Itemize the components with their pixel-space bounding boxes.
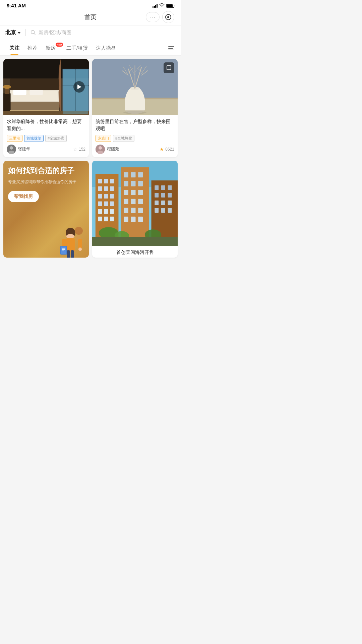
- svg-rect-97: [124, 216, 128, 222]
- card-title-1: 水岸华府降价，性价比非常高，想要看房的...: [7, 118, 85, 132]
- tab-expert-label: 达人操盘: [96, 45, 116, 51]
- svg-rect-57: [71, 250, 74, 258]
- tag-dongzhimen[interactable]: 东直门: [96, 135, 111, 142]
- svg-rect-102: [161, 185, 165, 190]
- svg-rect-90: [138, 190, 143, 195]
- search-bar: 北京 新房/区域/商圈: [0, 25, 181, 40]
- card-footer-2: 程熙尧 ★ 8621: [96, 145, 174, 154]
- card-title-2: 缤纷里目前在售，户型多样，快来围观吧: [96, 118, 174, 132]
- svg-rect-65: [110, 179, 114, 183]
- search-icon: [31, 30, 36, 35]
- svg-point-21: [10, 146, 13, 150]
- svg-rect-96: [138, 208, 143, 213]
- svg-rect-111: [161, 208, 165, 213]
- svg-rect-79: [104, 216, 108, 221]
- svg-rect-83: [131, 172, 136, 177]
- scan-icon: [165, 14, 171, 20]
- hamburger-icon: [168, 46, 174, 50]
- svg-rect-94: [124, 208, 128, 213]
- tab-more-button[interactable]: [167, 41, 176, 54]
- likes-1[interactable]: ☆ 152: [73, 147, 85, 152]
- tab-follow-label: 关注: [9, 45, 19, 51]
- status-icons: [153, 3, 174, 8]
- listing-card-1[interactable]: 水岸华府降价，性价比非常高，想要看房的... 三里屯 首城珑玺 #全城热卖 张建…: [3, 59, 89, 157]
- tab-expert[interactable]: 达人操盘: [92, 40, 120, 55]
- card-tags-1: 三里屯 首城珑玺 #全城热卖: [7, 135, 85, 142]
- svg-rect-103: [168, 185, 172, 190]
- svg-rect-52: [61, 247, 66, 254]
- play-icon: [77, 85, 81, 89]
- status-time: 9:41 AM: [7, 3, 26, 8]
- svg-rect-19: [63, 69, 88, 114]
- listing-card-4[interactable]: 首创天阅海河开售: [92, 161, 178, 258]
- svg-rect-88: [124, 190, 128, 195]
- tag-property-name[interactable]: 首城珑玺: [24, 135, 44, 142]
- tab-newhouse-label: 新房: [46, 45, 56, 51]
- tab-secondhand[interactable]: 二手/租赁: [62, 40, 92, 55]
- tag-hot[interactable]: #全城热卖: [45, 135, 67, 142]
- page-title: 首页: [84, 13, 97, 21]
- header: 首页 ···: [0, 10, 181, 25]
- svg-rect-105: [161, 193, 165, 198]
- svg-rect-95: [131, 208, 136, 213]
- svg-point-11: [3, 85, 11, 89]
- svg-rect-9: [3, 93, 11, 111]
- likes-2[interactable]: ★ 8621: [160, 147, 174, 152]
- svg-rect-104: [155, 193, 159, 198]
- play-button[interactable]: [73, 81, 85, 93]
- city-selector[interactable]: 北京: [5, 29, 21, 36]
- svg-rect-99: [138, 216, 143, 222]
- more-button[interactable]: ···: [146, 12, 160, 22]
- agent-avatar-1: [7, 145, 16, 154]
- listing-card-2[interactable]: 缤纷里目前在售，户型多样，快来围观吧 东直门 #全城热卖 程熙尧: [92, 59, 178, 157]
- gallery-button[interactable]: [164, 62, 174, 73]
- gallery-icon: [167, 65, 171, 70]
- svg-rect-98: [131, 216, 136, 222]
- status-bar: 9:41 AM: [0, 0, 181, 10]
- ad-subtitle: 专业买房咨询师帮你推荐合适你的房子: [8, 179, 84, 185]
- svg-rect-56: [67, 250, 70, 258]
- svg-rect-80: [110, 216, 114, 221]
- svg-rect-109: [168, 200, 172, 205]
- svg-rect-92: [131, 199, 136, 204]
- ad-find-house-button[interactable]: 帮我找房: [8, 191, 39, 202]
- tag-hot-2[interactable]: #全城热卖: [113, 135, 134, 142]
- card-body-1: 水岸华府降价，性价比非常高，想要看房的... 三里屯 首城珑玺 #全城热卖 张建…: [3, 115, 89, 157]
- svg-rect-76: [104, 209, 108, 214]
- tag-sanlitun[interactable]: 三里屯: [7, 135, 22, 142]
- city-dropdown-arrow: [17, 32, 21, 34]
- new-badge: new: [56, 43, 63, 47]
- agent-avatar-2: [96, 145, 105, 154]
- svg-rect-107: [155, 200, 159, 205]
- likes-count-1: 152: [79, 147, 85, 152]
- wifi-icon: [159, 3, 165, 8]
- svg-rect-67: [104, 186, 108, 191]
- agent-name-1: 张建华: [18, 146, 30, 152]
- agent-info-1: 张建华: [7, 145, 30, 154]
- svg-point-50: [78, 248, 82, 251]
- star-icon-1: ☆: [73, 147, 77, 152]
- scan-button[interactable]: [162, 11, 174, 23]
- card-body-2: 缤纷里目前在售，户型多样，快来围观吧 东直门 #全城热卖 程熙尧: [92, 115, 178, 157]
- search-input[interactable]: 新房/区域/商圈: [31, 30, 176, 36]
- svg-rect-64: [104, 179, 108, 183]
- city-name: 北京: [5, 29, 16, 36]
- search-placeholder: 新房/区域/商圈: [39, 30, 71, 36]
- svg-rect-116: [92, 237, 178, 246]
- svg-rect-108: [161, 200, 165, 205]
- tab-recommend[interactable]: 推荐: [23, 40, 42, 55]
- agent-name-2: 程熙尧: [107, 146, 119, 152]
- svg-rect-85: [124, 181, 128, 186]
- svg-rect-73: [104, 201, 108, 206]
- svg-rect-82: [124, 172, 128, 177]
- svg-rect-8: [10, 78, 59, 90]
- tabs-bar: 关注 推荐 新房 new 二手/租赁 达人操盘: [0, 40, 181, 56]
- building-image: [92, 161, 178, 246]
- svg-rect-70: [104, 194, 108, 199]
- svg-rect-48: [78, 239, 82, 249]
- tab-newhouse[interactable]: 新房 new: [42, 40, 62, 55]
- tab-recommend-label: 推荐: [27, 45, 38, 51]
- ad-card[interactable]: 如何找到合适的房子 专业买房咨询师帮你推荐合适你的房子 帮我找房: [3, 161, 89, 258]
- tab-follow[interactable]: 关注: [5, 40, 23, 55]
- svg-rect-46: [66, 238, 75, 252]
